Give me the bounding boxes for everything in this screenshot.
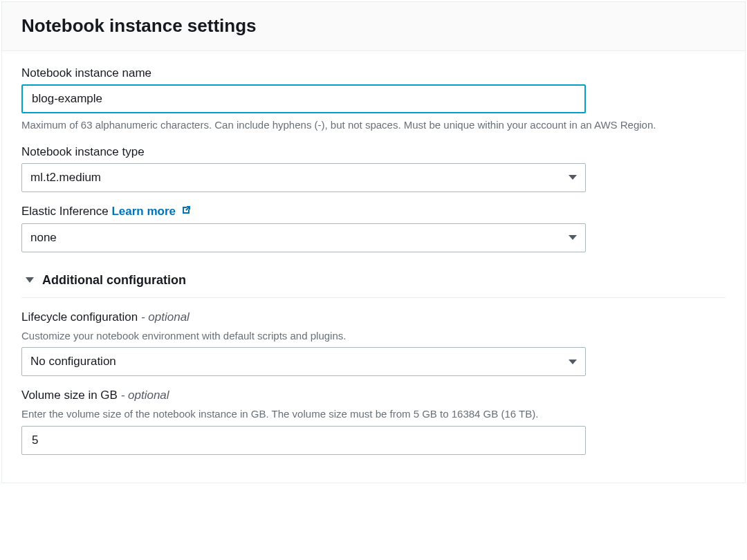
lifecycle-label: Lifecycle configuration - optional — [21, 310, 726, 324]
volume-input[interactable] — [30, 433, 577, 448]
caret-down-icon — [569, 235, 577, 240]
field-instance-name: Notebook instance name Maximum of 63 alp… — [21, 66, 726, 133]
instance-type-value: ml.t2.medium — [30, 171, 101, 185]
external-link-icon — [181, 205, 192, 219]
caret-down-icon — [26, 277, 34, 283]
instance-name-input-wrap[interactable] — [21, 84, 586, 113]
caret-down-icon — [569, 360, 577, 364]
lifecycle-value: No configuration — [30, 355, 116, 368]
additional-config-toggle[interactable]: Additional configuration — [21, 265, 726, 298]
instance-name-hint: Maximum of 63 alphanumeric characters. C… — [21, 118, 726, 133]
lifecycle-select[interactable]: No configuration — [21, 347, 586, 376]
ei-select[interactable]: none — [21, 223, 586, 252]
field-lifecycle: Lifecycle configuration - optional Custo… — [21, 310, 726, 377]
ei-value: none — [30, 231, 57, 245]
lifecycle-optional: - optional — [141, 310, 190, 324]
instance-name-label: Notebook instance name — [21, 66, 726, 80]
field-instance-type: Notebook instance type ml.t2.medium — [21, 145, 726, 192]
volume-hint: Enter the volume size of the notebook in… — [21, 407, 726, 422]
field-elastic-inference: Elastic Inference Learn more none — [21, 205, 726, 252]
ei-learn-more-link[interactable]: Learn more — [111, 205, 191, 218]
instance-type-label: Notebook instance type — [21, 145, 726, 159]
lifecycle-label-text: Lifecycle configuration — [21, 310, 138, 324]
ei-label: Elastic Inference — [21, 205, 109, 218]
additional-config-title: Additional configuration — [42, 273, 186, 288]
panel-title: Notebook instance settings — [21, 15, 726, 38]
volume-label-text: Volume size in GB — [21, 389, 118, 402]
panel-header: Notebook instance settings — [2, 2, 745, 51]
caret-down-icon — [569, 175, 577, 180]
instance-name-input[interactable] — [30, 91, 577, 106]
lifecycle-hint: Customize your notebook environment with… — [21, 328, 726, 344]
ei-label-row: Elastic Inference Learn more — [21, 205, 726, 219]
volume-input-wrap[interactable] — [21, 426, 586, 455]
instance-type-select[interactable]: ml.t2.medium — [21, 163, 586, 192]
panel-body: Notebook instance name Maximum of 63 alp… — [2, 51, 745, 483]
settings-panel: Notebook instance settings Notebook inst… — [1, 1, 746, 483]
volume-label: Volume size in GB - optional — [21, 389, 726, 402]
field-volume-size: Volume size in GB - optional Enter the v… — [21, 389, 726, 455]
volume-optional: - optional — [121, 389, 169, 402]
ei-learn-more-text: Learn more — [111, 205, 176, 218]
